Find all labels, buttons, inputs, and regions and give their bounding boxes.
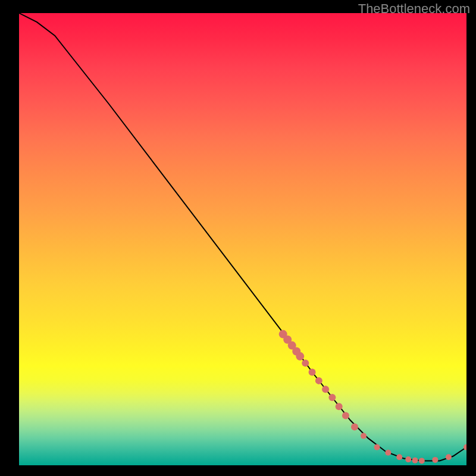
chart-marker [296,352,304,361]
chart-marker [351,423,358,430]
chart-marker [361,433,367,439]
chart-plot-area [19,13,466,465]
chart-marker [385,450,391,456]
chart-marker [374,444,380,450]
chart-marker [419,458,425,464]
chart-marker [309,368,316,375]
chart-svg [19,13,466,465]
chart-marker [315,377,322,384]
chart-marker [412,458,418,464]
chart-marker [322,386,329,393]
chart-marker [328,394,336,401]
chart-marker [432,457,438,463]
chart-marker [302,359,309,367]
chart-marker [446,454,452,460]
chart-marker [396,454,402,460]
chart-markers [279,330,466,464]
chart-curve [19,13,466,461]
attribution-text: TheBottleneck.com [358,1,470,17]
chart-marker [336,403,343,410]
chart-marker [405,456,411,462]
chart-marker [342,412,349,419]
